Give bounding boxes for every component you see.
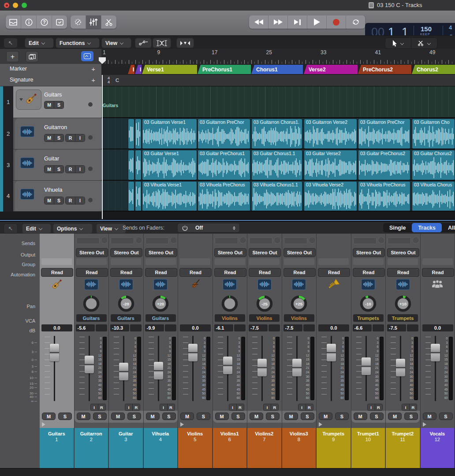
output-button[interactable]: Stereo Out xyxy=(214,248,246,257)
record-icon[interactable] xyxy=(327,15,346,29)
pan-knob[interactable]: +10 xyxy=(386,294,420,314)
audio-region[interactable]: 03 Guitar Chorus2 xyxy=(412,150,455,180)
volume-db-display[interactable]: -7.5 xyxy=(249,324,268,331)
group-slot[interactable] xyxy=(41,258,72,265)
output-button[interactable]: Stereo Out xyxy=(145,248,177,257)
gain-display[interactable] xyxy=(407,324,418,331)
audio-region[interactable]: 03 Guitarron PreChor xyxy=(358,119,410,149)
quick-help-icon[interactable]: ? xyxy=(37,15,52,29)
marker-Chorus2[interactable]: Chorus2 xyxy=(412,65,455,74)
volume-fader[interactable] xyxy=(431,344,440,361)
mixer-hide-arrow[interactable]: ↖︎ xyxy=(4,223,18,234)
channel-strip-trumpet2[interactable]: Stereo OutRead+10Trumpets-7.503691215182… xyxy=(386,234,421,468)
automation-mode-button[interactable]: Read xyxy=(283,268,316,277)
solo-button[interactable]: S xyxy=(266,413,280,420)
marker-Verse1[interactable]: Verse1 xyxy=(142,65,197,74)
mute-button[interactable]: M xyxy=(45,197,54,204)
track-icon-button[interactable] xyxy=(16,89,41,110)
volume-fader[interactable] xyxy=(154,362,163,379)
strip-nameplate[interactable]: Violins5 xyxy=(178,428,213,445)
audio-region[interactable] xyxy=(128,181,134,212)
solo-button[interactable]: S xyxy=(370,413,384,420)
volume-db-display[interactable]: -5.6 xyxy=(76,324,95,331)
audio-region[interactable]: 03 Guitar Verse2 xyxy=(304,150,357,180)
inspector-info-icon[interactable] xyxy=(21,15,37,29)
rewind-icon[interactable] xyxy=(249,15,269,29)
audio-region[interactable]: 03 Vihuela Verse2 xyxy=(304,181,357,212)
audio-region[interactable] xyxy=(135,181,142,212)
solo-button[interactable]: S xyxy=(335,413,349,420)
input-monitor-button[interactable]: I xyxy=(75,166,85,173)
strip-nameplate[interactable]: Trumpet110 xyxy=(351,428,386,445)
sends-slot[interactable] xyxy=(76,237,100,244)
sends-slot[interactable] xyxy=(388,237,411,244)
automation-mode-button[interactable]: Read xyxy=(353,268,385,277)
audio-region[interactable]: 03 Guitarron Verse2 xyxy=(304,119,357,149)
volume-fader[interactable] xyxy=(85,356,94,373)
marker-track-header[interactable]: Marker + xyxy=(0,64,102,75)
solo-button[interactable]: S xyxy=(58,413,72,420)
hide-window-arrow[interactable]: ↖︎ xyxy=(4,38,18,48)
volume-db-display[interactable]: -9.9 xyxy=(145,324,164,331)
disclosure-triangle-icon[interactable] xyxy=(19,98,23,101)
sends-slot[interactable] xyxy=(249,237,272,244)
automation-mode-button[interactable]: Read xyxy=(41,268,73,277)
record-enable-button[interactable]: R xyxy=(98,404,105,410)
marker-I[interactable]: I xyxy=(128,65,134,74)
pan-knob[interactable]: +20 xyxy=(144,294,178,314)
automation-mode-button[interactable]: Read xyxy=(76,268,108,277)
mute-button[interactable]: M xyxy=(77,413,90,420)
audio-region[interactable]: 03 Vihuela Verse1 xyxy=(142,181,197,212)
vca-assignment[interactable]: Guitars xyxy=(111,314,141,322)
group-slot[interactable] xyxy=(145,258,176,265)
marker-PreChorus2[interactable]: PreChorus2 xyxy=(358,65,411,74)
sends-slot[interactable] xyxy=(284,237,307,244)
channel-strip-vihuela[interactable]: Stereo OutRead+20Guitars-9.9036912151821… xyxy=(144,234,179,468)
send-knob-slot[interactable] xyxy=(135,237,142,244)
mute-button[interactable]: M xyxy=(180,413,194,420)
audio-region[interactable] xyxy=(135,150,142,180)
solo-button[interactable]: S xyxy=(231,413,245,420)
power-icon[interactable] xyxy=(177,223,193,233)
track-header-vihuela[interactable]: VihuelaMSRI xyxy=(13,181,101,212)
sends-slot[interactable] xyxy=(353,237,377,244)
record-enable-button[interactable]: R xyxy=(66,166,75,173)
send-knob-slot[interactable] xyxy=(412,237,419,244)
record-enable-button[interactable]: R xyxy=(306,404,313,410)
gain-display[interactable] xyxy=(96,324,107,331)
input-monitor-button[interactable]: I xyxy=(229,404,237,410)
vca-assignment[interactable]: Violins xyxy=(284,314,314,322)
record-enable-button[interactable]: R xyxy=(66,134,75,141)
volume-fader[interactable] xyxy=(257,359,267,376)
strip-nameplate[interactable]: Guitars1 xyxy=(40,428,74,445)
volume-db-display[interactable]: 0.0 xyxy=(422,324,453,331)
stack-disclosure-triangle[interactable] xyxy=(423,422,426,427)
audio-lane[interactable]: 03 Guitar Verse103 Guitar PreChorus103 G… xyxy=(101,149,455,181)
strip-nameplate[interactable]: Violins27 xyxy=(247,428,282,445)
strip-nameplate[interactable]: Guitarron2 xyxy=(75,428,109,445)
audio-region[interactable]: 03 Guitar PreChorus2 xyxy=(358,150,410,180)
go-to-end-icon[interactable] xyxy=(288,15,307,29)
track-name[interactable]: Guitars xyxy=(44,92,62,98)
pan-knob[interactable]: -25 xyxy=(247,294,282,314)
channel-strip-violins3[interactable]: Stereo OutRead+25Violins-7.5036912151821… xyxy=(282,234,317,468)
audio-region[interactable]: 03 Vihuela Chorus xyxy=(412,181,455,212)
catch-icon[interactable] xyxy=(176,38,194,48)
group-slot[interactable] xyxy=(284,258,314,265)
vca-assignment[interactable]: Violins xyxy=(215,314,245,322)
automation-mode-button[interactable]: Read xyxy=(179,268,212,277)
send-knob-slot[interactable] xyxy=(378,237,385,244)
audio-region[interactable]: 03 Guitar PreChorus1 xyxy=(198,150,250,180)
volume-db-display[interactable]: -7.5 xyxy=(283,324,302,331)
close-button[interactable] xyxy=(4,3,9,8)
solo-button[interactable]: S xyxy=(404,413,418,420)
mute-button[interactable]: M xyxy=(319,413,332,420)
mute-button[interactable]: M xyxy=(45,101,54,108)
solo-button[interactable]: S xyxy=(93,413,107,420)
send-knob-slot[interactable] xyxy=(170,237,177,244)
record-enable-button[interactable]: R xyxy=(66,197,75,204)
mute-button[interactable]: M xyxy=(45,134,54,141)
audio-region[interactable]: 03 Guitarron Cho xyxy=(412,119,455,149)
gain-display[interactable] xyxy=(303,324,315,331)
output-button[interactable]: Stereo Out xyxy=(387,248,419,257)
